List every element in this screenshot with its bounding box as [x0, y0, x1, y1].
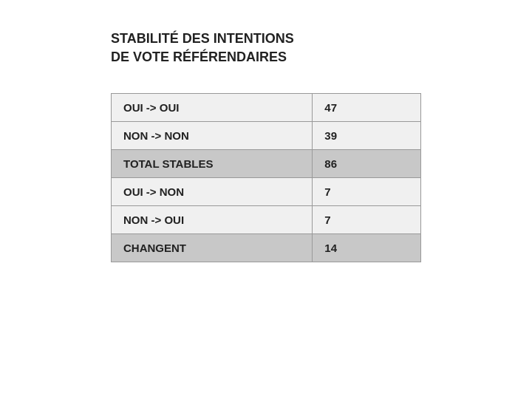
row-value: 47 — [313, 94, 421, 122]
row-label: TOTAL STABLES — [112, 150, 313, 178]
row-label: CHANGENT — [112, 234, 313, 262]
stability-table: OUI -> OUI47NON -> NON39TOTAL STABLES86O… — [111, 93, 421, 262]
row-value: 7 — [313, 178, 421, 206]
row-value: 14 — [313, 234, 421, 262]
page-title: STABILITÉ DES INTENTIONS DE VOTE RÉFÉREN… — [111, 30, 294, 66]
row-value: 86 — [313, 150, 421, 178]
row-label: OUI -> NON — [112, 178, 313, 206]
main-container: STABILITÉ DES INTENTIONS DE VOTE RÉFÉREN… — [111, 30, 421, 262]
row-label: NON -> OUI — [112, 206, 313, 234]
table-row: TOTAL STABLES86 — [112, 150, 421, 178]
table-row: OUI -> OUI47 — [112, 94, 421, 122]
table-row: OUI -> NON7 — [112, 178, 421, 206]
row-label: NON -> NON — [112, 122, 313, 150]
row-label: OUI -> OUI — [112, 94, 313, 122]
table-row: CHANGENT14 — [112, 234, 421, 262]
row-value: 7 — [313, 206, 421, 234]
table-row: NON -> NON39 — [112, 122, 421, 150]
table-row: NON -> OUI7 — [112, 206, 421, 234]
row-value: 39 — [313, 122, 421, 150]
